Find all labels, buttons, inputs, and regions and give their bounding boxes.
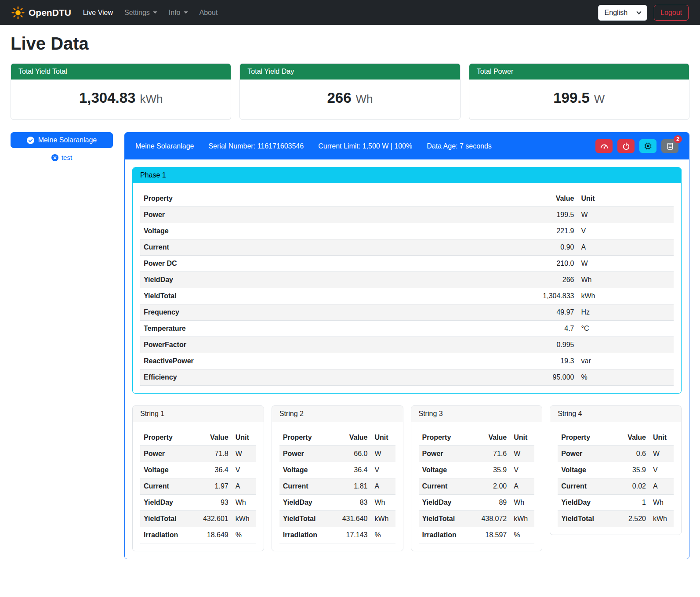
nav-live-view-label: Live View (83, 9, 113, 17)
nav-links: Live View Settings Info About (77, 5, 224, 20)
value-cell: 0.6 (614, 446, 649, 462)
string-table-head: PropertyValueUnit (419, 430, 535, 446)
property-cell: YieldDay (558, 495, 613, 511)
value-cell: 431.640 (331, 511, 371, 527)
phase-card-title: Phase 1 (133, 167, 681, 183)
string-table: PropertyValueUnitPower71.6WVoltage35.9VC… (419, 430, 535, 543)
table-row: YieldTotal431.640kWh (279, 511, 395, 527)
table-row: YieldDay93Wh (140, 495, 256, 511)
property-cell: Irradiation (279, 527, 331, 543)
table-row: YieldDay83Wh (279, 495, 395, 511)
string-card-title: String 3 (411, 406, 542, 422)
unit-cell: V (371, 462, 395, 478)
property-cell: Power (279, 446, 331, 462)
string-card-title: String 1 (133, 406, 264, 422)
inverter-serial: Serial Number: 116171603546 (208, 142, 304, 150)
unit-cell: Wh (510, 495, 534, 511)
value-cell: 35.9 (470, 462, 511, 478)
unit-cell: A (510, 478, 534, 495)
string-table-head: PropertyValueUnit (140, 430, 256, 446)
chevron-down-icon (184, 11, 188, 14)
property-cell: Frequency (140, 304, 508, 321)
string-card-title: String 4 (550, 406, 681, 422)
property-cell: Power (140, 446, 192, 462)
table-header-row: Property Value Unit (140, 191, 674, 207)
property-cell: Efficiency (140, 369, 508, 386)
string-card: String 4PropertyValueUnitPower0.6WVoltag… (550, 405, 682, 535)
table-row: Power199.5W (140, 207, 674, 223)
property-cell: Power (558, 446, 613, 462)
string-card-title: String 2 (272, 406, 403, 422)
property-cell: Current (558, 478, 613, 495)
table-row: Irradiation17.143% (279, 527, 395, 543)
power-settings-button[interactable] (617, 139, 635, 153)
table-header-row: PropertyValueUnit (419, 430, 535, 446)
inverter-sidebar: Meine Solaranlage test (11, 132, 113, 161)
nav-info[interactable]: Info (163, 5, 194, 20)
column-header-unit: Unit (510, 430, 534, 446)
navbar-right: English Logout (598, 5, 689, 21)
sidebar-inverter-test[interactable]: test (51, 154, 72, 161)
property-cell: Power (419, 446, 470, 462)
property-cell: PowerFactor (140, 337, 508, 353)
value-cell: 19.3 (508, 353, 578, 369)
nav-settings[interactable]: Settings (119, 5, 163, 20)
string-table-head: PropertyValueUnit (558, 430, 674, 446)
gauge-icon (600, 142, 609, 151)
table-row: YieldDay89Wh (419, 495, 535, 511)
property-cell: YieldTotal (140, 511, 192, 527)
table-row: Irradiation18.649% (140, 527, 256, 543)
table-row: Current1.81A (279, 478, 395, 495)
unit-cell: A (232, 478, 256, 495)
value-cell: 221.9 (508, 223, 578, 239)
sidebar-inverter-label: Meine Solaranlage (38, 136, 97, 144)
table-row: Voltage36.4V (140, 462, 256, 478)
string-table-body: Power66.0WVoltage36.4VCurrent1.81AYieldD… (279, 446, 395, 543)
chevron-down-icon (636, 9, 641, 14)
string-card-body: PropertyValueUnitPower71.6WVoltage35.9VC… (411, 422, 542, 551)
column-header-value: Value (331, 430, 371, 446)
x-circle-icon (51, 154, 58, 161)
string-card-body: PropertyValueUnitPower66.0WVoltage36.4VC… (272, 422, 403, 551)
table-header-row: PropertyValueUnit (558, 430, 674, 446)
value-cell: 95.000 (508, 369, 578, 386)
language-select[interactable]: English (598, 5, 647, 21)
summary-card-total-power: Total Power 199.5W (469, 63, 689, 120)
summary-card-title: Total Yield Total (11, 64, 231, 80)
property-cell: YieldTotal (140, 288, 508, 304)
summary-card-body: 1,304.83kWh (11, 80, 231, 119)
summary-card-title: Total Power (469, 64, 689, 80)
table-row: Voltage35.9V (558, 462, 674, 478)
nav-live-view[interactable]: Live View (77, 5, 119, 20)
property-cell: Current (279, 478, 331, 495)
unit-cell: Wh (232, 495, 256, 511)
limit-settings-button[interactable] (595, 139, 613, 153)
brand-link[interactable]: OpenDTU (11, 6, 71, 19)
table-row: Frequency49.97Hz (140, 304, 674, 321)
nav-about[interactable]: About (194, 5, 224, 20)
inverter-card-header: Meine Solaranlage Serial Number: 1161716… (125, 133, 689, 159)
string-table-body: Power71.8WVoltage36.4VCurrent1.97AYieldD… (140, 446, 256, 543)
summary-card-body: 266Wh (240, 80, 460, 119)
summary-card-total-yield-total: Total Yield Total 1,304.83kWh (11, 63, 231, 120)
property-cell: Voltage (140, 223, 508, 239)
value-cell: 0.90 (508, 239, 578, 256)
table-row: YieldTotal2.520kWh (558, 511, 674, 527)
unit-cell: Wh (649, 495, 674, 511)
logout-button[interactable]: Logout (654, 5, 689, 21)
event-log-button[interactable]: 2 (661, 139, 678, 153)
device-info-button[interactable] (639, 139, 656, 153)
summary-unit: kWh (140, 92, 163, 105)
string-card: String 2PropertyValueUnitPower66.0WVolta… (272, 405, 403, 551)
property-cell: YieldDay (140, 495, 192, 511)
table-row: Power0.6W (558, 446, 674, 462)
table-row: Power DC210.0W (140, 256, 674, 272)
table-header-row: PropertyValueUnit (279, 430, 395, 446)
table-row: YieldDay1Wh (558, 495, 674, 511)
unit-cell: V (510, 462, 534, 478)
table-row: Current2.00A (419, 478, 535, 495)
sidebar-inverter-meine-solaranlage[interactable]: Meine Solaranlage (11, 132, 113, 148)
value-cell: 199.5 (508, 207, 578, 223)
property-cell: Voltage (558, 462, 613, 478)
summary-unit: W (594, 92, 605, 105)
